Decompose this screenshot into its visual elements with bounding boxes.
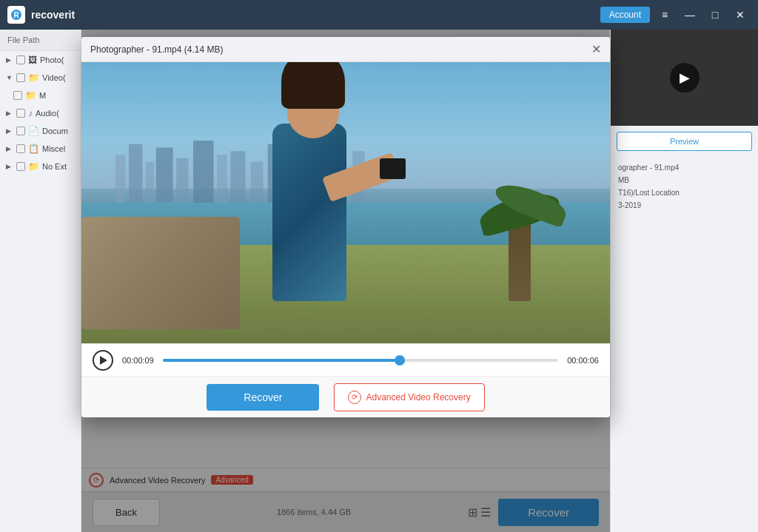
preview-path: T16)/Lost Location (618, 186, 751, 199)
sidebar-item-document[interactable]: ▶ 📄 Docum (0, 122, 81, 140)
modal-close-button[interactable]: ✕ (591, 44, 601, 55)
m-folder-icon: 📁 (25, 90, 36, 101)
sidebar-label-m: M (39, 91, 46, 100)
preview-play-button[interactable]: ▶ (670, 63, 700, 92)
tree-check-m[interactable] (13, 91, 22, 100)
sidebar-label-doc: Docum (42, 127, 68, 135)
preview-panel: ▶ Preview ographer - 91.mp4 MB T16)/Lost… (610, 30, 758, 532)
app-name: recoverit (31, 9, 75, 21)
video-controls: 00:00:09 00:00:06 (81, 343, 610, 376)
tree-arrow-misc: ▶ (6, 145, 13, 152)
tree-arrow-noext: ▶ (6, 163, 13, 170)
sidebar-label-audio: Audio( (36, 109, 59, 118)
title-bar-right: Account ≡ — □ ✕ (600, 6, 751, 24)
tree-check-photo[interactable] (16, 55, 25, 64)
preview-info: ographer - 91.mp4 MB T16)/Lost Location … (611, 157, 758, 216)
tree-arrow-video: ▼ (6, 74, 13, 81)
modal-box: Photographer - 91.mp4 (4.14 MB) ✕ (81, 37, 610, 417)
tree-check-doc[interactable] (16, 127, 25, 135)
modal-footer: Recover ⟳ Advanced Video Recovery (81, 376, 610, 417)
modal-titlebar: Photographer - 91.mp4 (4.14 MB) ✕ (81, 37, 610, 62)
time-total: 00:00:06 (567, 356, 599, 365)
preview-filename: ographer - 91.mp4 (618, 161, 751, 174)
tree-arrow-photo: ▶ (6, 56, 13, 64)
sidebar-label-photo: Photo( (40, 55, 64, 64)
sidebar-item-noext[interactable]: ▶ 📁 No Ext (0, 158, 81, 175)
camera (380, 158, 406, 179)
close-button[interactable]: ✕ (730, 6, 751, 24)
sidebar-item-misc[interactable]: ▶ 📋 Miscel (0, 140, 81, 158)
modal-title: Photographer - 91.mp4 (4.14 MB) (90, 44, 223, 55)
progress-bar[interactable] (163, 359, 558, 362)
person (250, 64, 413, 301)
person-hair (281, 62, 345, 109)
person-body (272, 124, 346, 301)
tree-arrow-doc: ▶ (6, 127, 13, 135)
main-container: File Path ▶ 🖼 Photo( ▼ 📁 Video( 📁 M ▶ ♪ … (0, 30, 758, 532)
tree-check-audio[interactable] (16, 109, 25, 118)
progress-thumb (395, 355, 405, 366)
palm-tree (509, 212, 531, 301)
svg-rect-3 (129, 144, 142, 211)
title-bar-left: R recoverit (7, 6, 75, 24)
noext-icon: 📁 (28, 161, 39, 172)
audio-icon: ♪ (28, 108, 33, 118)
sidebar: File Path ▶ 🖼 Photo( ▼ 📁 Video( 📁 M ▶ ♪ … (0, 30, 81, 532)
adv-recover-label: Advanced Video Recovery (366, 392, 470, 403)
sidebar-label-misc: Miscel (42, 144, 65, 153)
maximize-button[interactable]: □ (705, 6, 725, 24)
time-current: 00:00:09 (122, 356, 154, 365)
sidebar-label-video: Video( (42, 73, 66, 82)
content-area: ▶ VIDEO.mp4 4.11 MB MP4 12-13-2019 ▶ _vi… (81, 30, 610, 532)
modal-overlay: Photographer - 91.mp4 (4.14 MB) ✕ (81, 30, 610, 532)
menu-button[interactable]: ≡ (654, 6, 675, 24)
adv-recover-icon: ⟳ (348, 391, 361, 404)
doc-icon: 📄 (28, 126, 39, 136)
sidebar-label-noext: No Ext (42, 162, 67, 171)
svg-rect-5 (156, 148, 173, 212)
sidebar-item-photo[interactable]: ▶ 🖼 Photo( (0, 51, 81, 69)
account-button[interactable]: Account (600, 7, 650, 23)
photo-icon: 🖼 (28, 55, 37, 65)
play-triangle-icon (100, 356, 107, 365)
progress-fill (163, 359, 400, 362)
svg-rect-7 (193, 141, 213, 211)
preview-button[interactable]: Preview (617, 132, 752, 151)
tree-check-noext[interactable] (16, 162, 25, 171)
sidebar-item-video[interactable]: ▼ 📁 Video( (0, 69, 81, 87)
stone-wall (81, 217, 240, 329)
logo-icon: R (7, 6, 25, 24)
tree-arrow-audio: ▶ (6, 110, 13, 117)
tree-check-video[interactable] (16, 73, 25, 82)
advanced-video-recovery-button[interactable]: ⟳ Advanced Video Recovery (334, 383, 484, 411)
sidebar-item-audio[interactable]: ▶ ♪ Audio( (0, 104, 81, 122)
video-folder-icon: 📁 (28, 73, 39, 83)
preview-date: 3-2019 (618, 199, 751, 212)
sidebar-item-m[interactable]: 📁 M (0, 87, 81, 104)
sidebar-header: File Path (0, 30, 81, 51)
play-button[interactable] (93, 350, 113, 371)
title-bar: R recoverit Account ≡ — □ ✕ (0, 0, 758, 30)
svg-text:R: R (13, 11, 19, 19)
tree-check-misc[interactable] (16, 144, 25, 153)
misc-icon: 📋 (28, 144, 39, 154)
minimize-button[interactable]: — (680, 6, 700, 24)
preview-size: MB (618, 174, 751, 186)
video-frame (81, 62, 610, 343)
modal-recover-button[interactable]: Recover (207, 384, 319, 411)
photo-scene (81, 62, 610, 343)
preview-thumb: ▶ (611, 30, 758, 126)
